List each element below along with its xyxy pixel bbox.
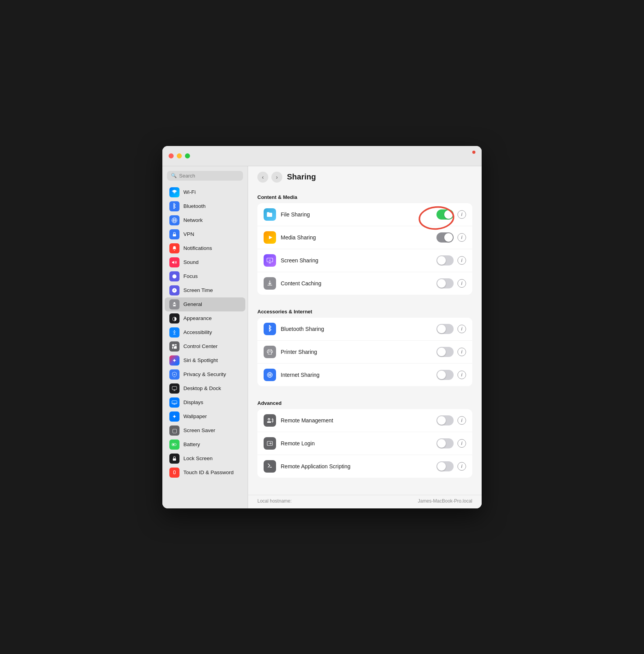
window-content: 🔍 Wi-Fi ᛒ Bluetooth Network xyxy=(162,166,482,508)
remote-scripting-controls: i xyxy=(436,461,466,471)
touchid-icon xyxy=(169,468,179,478)
remote-login-info-button[interactable]: i xyxy=(457,439,466,448)
media-sharing-info-button[interactable]: i xyxy=(457,233,466,242)
bluetooth-sharing-item: ᛒ Bluetooth Sharing i xyxy=(257,318,472,341)
printer-sharing-controls: i xyxy=(436,347,466,357)
sidebar-label-wifi: Wi-Fi xyxy=(183,189,195,195)
file-sharing-label: File Sharing xyxy=(281,211,432,218)
media-sharing-toggle[interactable] xyxy=(436,232,454,243)
sidebar-label-bluetooth: Bluetooth xyxy=(183,203,206,209)
remote-management-toggle[interactable] xyxy=(436,415,454,425)
network-icon xyxy=(169,215,179,225)
focus-icon xyxy=(169,271,179,281)
svg-point-4 xyxy=(174,330,175,331)
screen-sharing-info-button[interactable]: i xyxy=(457,256,466,265)
printer-sharing-toggle-thumb xyxy=(437,348,446,356)
section-title-content-media: Content & Media xyxy=(257,188,472,203)
sidebar-label-touchid: Touch ID & Password xyxy=(183,469,234,475)
internet-sharing-toggle-thumb xyxy=(437,371,446,379)
svg-rect-15 xyxy=(267,258,273,262)
sidebar-item-wifi[interactable]: Wi-Fi xyxy=(165,185,245,199)
sound-icon xyxy=(169,257,179,267)
remote-scripting-icon xyxy=(264,460,276,473)
sidebar-item-screensaver[interactable]: ▢ Screen Saver xyxy=(165,424,245,438)
remote-scripting-info-button[interactable]: i xyxy=(457,462,466,471)
screen-sharing-label: Screen Sharing xyxy=(281,257,432,264)
search-input[interactable] xyxy=(179,173,239,179)
search-icon: 🔍 xyxy=(171,173,177,178)
search-bar[interactable]: 🔍 xyxy=(167,171,243,181)
sidebar-item-bluetooth[interactable]: ᛒ Bluetooth xyxy=(165,199,245,213)
remote-scripting-toggle[interactable] xyxy=(436,461,454,471)
sidebar-item-vpn[interactable]: VPN xyxy=(165,227,245,241)
sidebar-item-wallpaper[interactable]: ✦ Wallpaper xyxy=(165,410,245,424)
sidebar-item-notifications[interactable]: Notifications xyxy=(165,241,245,255)
remote-login-label: Remote Login xyxy=(281,440,432,447)
sidebar-label-vpn: VPN xyxy=(183,231,194,237)
svg-point-19 xyxy=(268,418,269,420)
sidebar-item-network[interactable]: Network xyxy=(165,213,245,227)
svg-rect-6 xyxy=(175,344,177,345)
sidebar-item-accessibility[interactable]: Accessibility xyxy=(165,325,245,339)
sidebar-item-privacy[interactable]: Privacy & Security xyxy=(165,367,245,382)
sidebar-item-general[interactable]: General xyxy=(165,297,245,311)
sidebar-item-focus[interactable]: Focus xyxy=(165,269,245,283)
bluetooth-sharing-toggle[interactable] xyxy=(436,324,454,334)
sidebar-label-lockscreen: Lock Screen xyxy=(183,455,213,461)
main-content: Content & Media File Sharing xyxy=(248,188,482,495)
siri-icon: ✦ xyxy=(169,355,179,366)
bluetooth-sharing-controls: i xyxy=(436,324,466,334)
sidebar-item-sound[interactable]: Sound xyxy=(165,255,245,269)
minimize-button[interactable] xyxy=(177,153,182,158)
page-title: Sharing xyxy=(287,172,316,181)
local-hostname-label: Local hostname: xyxy=(257,498,292,504)
internet-sharing-info-button[interactable]: i xyxy=(457,371,466,379)
remote-login-toggle[interactable] xyxy=(436,438,454,448)
general-icon xyxy=(169,299,179,309)
screensaver-icon: ▢ xyxy=(169,425,179,436)
sidebar-label-focus: Focus xyxy=(183,273,198,279)
sidebar-item-lockscreen[interactable]: Lock Screen xyxy=(165,452,245,466)
forward-button[interactable]: › xyxy=(271,172,282,183)
sidebar-item-siri[interactable]: ✦ Siri & Spotlight xyxy=(165,353,245,367)
maximize-button[interactable] xyxy=(185,153,190,158)
file-sharing-info-button[interactable]: i xyxy=(457,210,466,219)
media-sharing-icon xyxy=(264,231,276,244)
back-button[interactable]: ‹ xyxy=(257,172,268,183)
sidebar-label-general: General xyxy=(183,301,202,307)
printer-sharing-info-button[interactable]: i xyxy=(457,348,466,356)
bluetooth-sharing-info-button[interactable]: i xyxy=(457,325,466,333)
close-button[interactable] xyxy=(169,153,174,158)
content-caching-controls: i xyxy=(436,278,466,288)
remote-login-icon xyxy=(264,437,276,450)
controlcenter-icon xyxy=(169,341,179,352)
file-sharing-toggle[interactable] xyxy=(436,209,454,220)
remote-management-info-button[interactable]: i xyxy=(457,416,466,425)
sidebar-item-touchid[interactable]: Touch ID & Password xyxy=(165,466,245,480)
sidebar-label-accessibility: Accessibility xyxy=(183,329,212,335)
sidebar-item-screentime[interactable]: Screen Time xyxy=(165,283,245,297)
sidebar-item-appearance[interactable]: ◑ Appearance xyxy=(165,311,245,325)
svg-rect-10 xyxy=(172,386,177,389)
internet-sharing-item: Internet Sharing i xyxy=(257,364,472,386)
svg-rect-2 xyxy=(173,234,176,236)
remote-login-controls: i xyxy=(436,438,466,448)
sidebar-item-controlcenter[interactable]: Control Center xyxy=(165,339,245,353)
content-caching-toggle[interactable] xyxy=(436,278,454,288)
content-media-group: File Sharing i Media Shari xyxy=(257,203,472,295)
sidebar-item-desktop[interactable]: Desktop & Dock xyxy=(165,382,245,396)
svg-rect-8 xyxy=(172,346,173,348)
system-preferences-window: 🔍 Wi-Fi ᛒ Bluetooth Network xyxy=(162,146,482,508)
sidebar-label-battery: Battery xyxy=(183,441,200,447)
remote-scripting-label: Remote Application Scripting xyxy=(281,463,432,469)
sidebar-item-battery[interactable]: Battery xyxy=(165,438,245,452)
sidebar-item-displays[interactable]: Displays xyxy=(165,396,245,410)
screen-sharing-toggle[interactable] xyxy=(436,255,454,265)
internet-sharing-label: Internet Sharing xyxy=(281,372,432,378)
content-caching-info-button[interactable]: i xyxy=(457,279,466,288)
internet-sharing-toggle[interactable] xyxy=(436,370,454,380)
printer-sharing-toggle[interactable] xyxy=(436,347,454,357)
sidebar-label-sound: Sound xyxy=(183,259,199,265)
sidebar: 🔍 Wi-Fi ᛒ Bluetooth Network xyxy=(162,166,248,508)
sidebar-label-desktop: Desktop & Dock xyxy=(183,385,221,391)
